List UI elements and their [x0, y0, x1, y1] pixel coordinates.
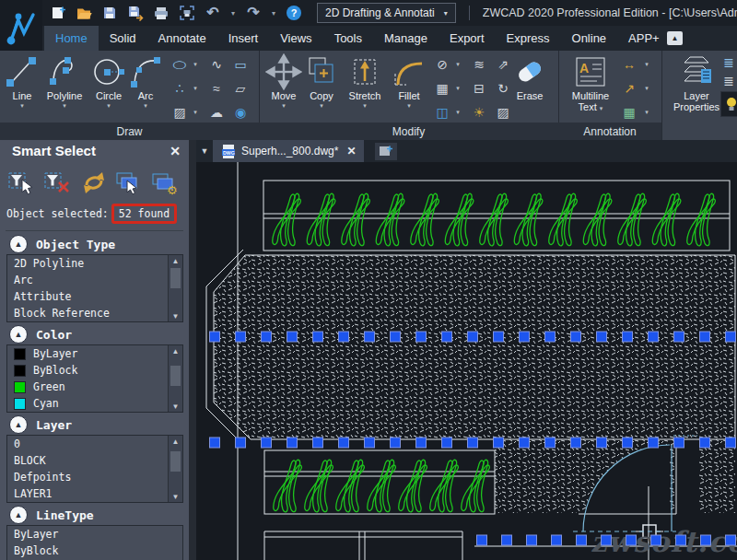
panel-label-annotation[interactable]: Annotation: [558, 122, 661, 140]
drawing-canvas[interactable]: zwsoft.com: [196, 162, 737, 560]
save-as-button[interactable]: [125, 3, 146, 23]
tab-list-dropdown[interactable]: ▼: [196, 146, 213, 156]
table-dropdown[interactable]: ▾: [641, 102, 652, 122]
table-button[interactable]: ▦: [619, 102, 639, 122]
list-item[interactable]: ByLayer: [7, 345, 182, 362]
app-logo[interactable]: [0, 0, 42, 51]
open-file-button[interactable]: [74, 3, 94, 23]
explode-button[interactable]: ☀: [469, 102, 489, 122]
point-dropdown[interactable]: ▾: [190, 78, 201, 99]
stretch-button[interactable]: Stretch▾: [344, 53, 386, 110]
hatch-button[interactable]: ▨: [170, 102, 190, 122]
polyline-button[interactable]: Polyline▾: [42, 53, 87, 110]
list-item[interactable]: ByLayer: [7, 526, 182, 542]
list-item[interactable]: ByBlock: [7, 362, 182, 379]
select-objects-button[interactable]: [113, 169, 146, 196]
close-icon[interactable]: ✕: [346, 145, 356, 158]
chevron-down-icon[interactable]: ▼: [169, 310, 182, 321]
section-header-linetype[interactable]: ▲ LineType: [9, 505, 94, 525]
layer-on-off-button[interactable]: [720, 91, 737, 117]
scrollbar[interactable]: ▲▼: [168, 345, 182, 412]
collapse-icon[interactable]: ▲: [9, 235, 28, 253]
scrollbar[interactable]: ▲▼: [168, 436, 182, 502]
align-button[interactable]: ⊟: [469, 78, 489, 99]
fillet-button[interactable]: Fillet▾: [390, 53, 428, 110]
trim-button[interactable]: ⊘: [432, 54, 452, 75]
scrollbar-thumb[interactable]: [170, 366, 181, 386]
spline-button[interactable]: ∿: [206, 54, 227, 75]
list-item[interactable]: BLOCK: [7, 452, 182, 469]
list-item[interactable]: ByBlock: [7, 542, 182, 559]
move-button[interactable]: Move▾: [267, 53, 300, 110]
plot-preview-button[interactable]: [177, 3, 197, 23]
ribbon-collapse-button[interactable]: ▲: [667, 31, 683, 45]
list-item[interactable]: 2D Polyline: [7, 255, 182, 272]
filter-settings-button[interactable]: ⚙: [149, 169, 181, 196]
panel-label-modify[interactable]: Modify: [259, 122, 558, 140]
refresh-button[interactable]: [77, 169, 110, 196]
ellipse-button[interactable]: ◯: [170, 54, 190, 75]
ribbon-tab[interactable]: Insert: [217, 26, 270, 51]
collapse-icon[interactable]: ▲: [9, 325, 28, 344]
dimension-button[interactable]: ↔: [619, 54, 639, 75]
circle-button[interactable]: Circle▾: [90, 53, 127, 110]
edit-hatch-button[interactable]: ▨: [493, 102, 513, 122]
document-tab-active[interactable]: DWG Superh..._800.dwg* ✕: [213, 140, 364, 162]
list-item[interactable]: 0: [7, 436, 182, 452]
ribbon-tab[interactable]: Online: [561, 26, 618, 51]
ribbon-tab[interactable]: Tools: [323, 26, 373, 51]
save-button[interactable]: [99, 3, 120, 23]
ribbon-tab[interactable]: Export: [439, 26, 496, 51]
panel-label-draw[interactable]: Draw: [0, 122, 259, 140]
section-header-color[interactable]: ▲ Color: [9, 324, 72, 344]
panel-edge[interactable]: [189, 140, 196, 560]
scrollbar[interactable]: ▲▼: [168, 255, 182, 321]
leader-dropdown[interactable]: ▾: [641, 78, 652, 99]
list-item[interactable]: Arc: [7, 272, 182, 288]
array-dropdown[interactable]: ▾: [452, 78, 463, 99]
revision-cloud-button[interactable]: ☁: [206, 102, 227, 122]
list-item[interactable]: Defpoints: [7, 469, 182, 485]
layer-state-button[interactable]: ≣: [720, 52, 737, 73]
scrollbar-thumb[interactable]: [170, 451, 181, 472]
copy-array-button[interactable]: ◫: [432, 102, 452, 122]
workspace-selector[interactable]: 2D Drafting & Annotati ▾: [317, 3, 456, 23]
trim-dropdown[interactable]: ▾: [452, 54, 463, 75]
new-file-button[interactable]: [48, 3, 68, 23]
leader-button[interactable]: ↗: [619, 78, 639, 99]
chevron-up-icon[interactable]: ▲: [169, 345, 182, 356]
hatch-dropdown[interactable]: ▾: [190, 102, 201, 122]
redo-button[interactable]: ↷: [243, 3, 263, 23]
donut-button[interactable]: ◉: [230, 102, 251, 122]
list-item[interactable]: Cyan: [7, 395, 182, 412]
print-button[interactable]: [151, 3, 171, 23]
ellipse-dropdown[interactable]: ▾: [190, 54, 201, 75]
redo-dropdown[interactable]: ▾: [269, 9, 278, 18]
new-tab-button[interactable]: [375, 143, 397, 160]
select-filter-button[interactable]: [6, 169, 38, 196]
collapse-icon[interactable]: ▲: [9, 506, 28, 524]
rectangle-button[interactable]: ▭: [230, 54, 251, 75]
help-button[interactable]: ?: [284, 3, 304, 23]
erase-button[interactable]: Erase: [509, 53, 550, 101]
ribbon-tab[interactable]: Annotate: [147, 26, 217, 51]
copy-button[interactable]: Copy▾: [304, 53, 339, 110]
multiline-text-button[interactable]: A Multiline Text ▾: [564, 53, 617, 114]
layer-match-button[interactable]: ≣: [720, 71, 737, 91]
ribbon-tab[interactable]: Home: [44, 26, 99, 51]
copy-array-dropdown[interactable]: ▾: [452, 102, 463, 122]
section-header-object-type[interactable]: ▲ Object Type: [9, 234, 115, 254]
list-item[interactable]: LAYER1: [7, 485, 182, 502]
point-button[interactable]: ∴: [170, 78, 190, 99]
chevron-down-icon[interactable]: ▼: [169, 401, 182, 412]
region-button[interactable]: ▱: [230, 78, 251, 99]
list-item[interactable]: Attribute: [7, 288, 182, 305]
chevron-down-icon[interactable]: ▼: [169, 491, 182, 502]
ribbon-tab[interactable]: Express: [496, 26, 561, 51]
ribbon-tab[interactable]: Manage: [373, 26, 439, 51]
layer-properties-button[interactable]: Layer Properties: [669, 53, 724, 112]
section-header-layer[interactable]: ▲ Layer: [9, 414, 72, 435]
clear-filter-button[interactable]: [41, 169, 74, 196]
collapse-icon[interactable]: ▲: [9, 415, 28, 434]
spline-fit-button[interactable]: ≈: [206, 78, 227, 99]
